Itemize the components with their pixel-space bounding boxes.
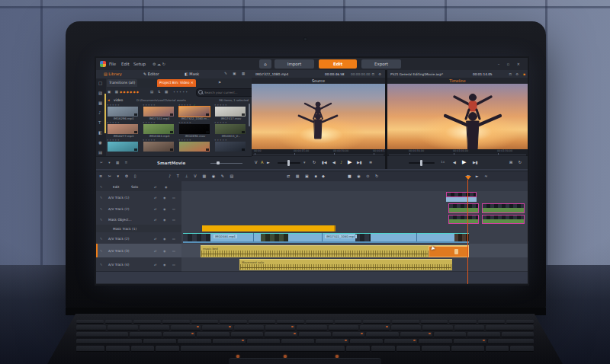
audio-toggle[interactable]: A xyxy=(261,160,263,164)
timeline-tools-left[interactable]: ≡ ✂ ▾ ⚙ ▯ xyxy=(99,174,138,178)
sidebar-projects-icon[interactable]: □ xyxy=(98,81,102,85)
source-scrubber[interactable]: 00:0000:00:15.0000:00:30.0000:00:45.00 xyxy=(252,149,385,155)
export-mode-button[interactable]: Export xyxy=(361,59,401,69)
edit-pencil-icon[interactable]: ✎ xyxy=(100,218,102,222)
flag-icon[interactable]: ⚑ xyxy=(218,81,221,85)
track-header[interactable]: ✎ A/V Track (2) ⇄ ◉ ▭ xyxy=(96,232,181,244)
library-clip[interactable]: ✦✦✦✦✦ xyxy=(214,139,248,156)
tab-library[interactable]: ▤ Library xyxy=(104,72,122,76)
menu-file[interactable]: File xyxy=(109,62,116,66)
timeline-trim-tools[interactable]: ■ ◉ ⊙ ↻ xyxy=(348,174,380,178)
audio-scrub-button[interactable]: ♪ xyxy=(340,160,342,164)
mute-icon[interactable]: ⇄ xyxy=(154,263,156,267)
window-controls[interactable]: – ▫ ✕ xyxy=(498,62,523,66)
monitor-icon[interactable]: ▭ xyxy=(172,195,175,199)
loop-button[interactable]: ↻ xyxy=(313,160,316,164)
video-clip-sequence[interactable]: IMG0484.mp4 IMG7322_1080.mp4 xyxy=(183,233,469,243)
volume-icon[interactable]: ◉ xyxy=(165,184,168,188)
sidebar-montage-icon[interactable]: ▤ xyxy=(98,150,102,155)
sidebar-photos-icon[interactable]: ▨ xyxy=(98,91,102,95)
import-mode-button[interactable]: Import xyxy=(274,59,314,69)
sidebar-music-icon[interactable]: ♪ xyxy=(98,110,101,115)
sidebar-video-icon[interactable]: ▦ xyxy=(98,101,102,105)
video-toggle[interactable]: V xyxy=(255,160,257,164)
library-clip[interactable]: ✦✦✦✦✦ xyxy=(107,139,140,156)
library-clip[interactable]: ✦✦✦✦✦IMG0698.mov xyxy=(178,121,212,139)
mask-object-clip[interactable] xyxy=(448,215,479,224)
bin-tab-transitions[interactable]: Transitions (all) xyxy=(107,79,137,87)
home-button[interactable]: ⌂ xyxy=(259,59,271,69)
mute-icon[interactable]: ⇄ xyxy=(154,184,156,188)
edit-pencil-icon[interactable]: ✎ xyxy=(100,263,102,267)
source-video-frame[interactable] xyxy=(252,84,385,149)
mask-object-clip[interactable] xyxy=(482,215,525,224)
playhead-handle[interactable] xyxy=(465,176,471,180)
movement-audio-clip[interactable]: Movement solo xyxy=(239,259,452,270)
timeline-scrubber[interactable]: 00:00:30.0000:01:00.0000:01:30.00 xyxy=(387,149,528,155)
timeline-tools-right[interactable]: ⇄ ▦ ▣ ▪ xyxy=(287,174,319,178)
track-header[interactable]: ✎ A/V Track (2) ⇄ ◉ ▭ xyxy=(96,203,181,215)
mute-icon[interactable]: ⇄ xyxy=(154,206,156,210)
rating-filter[interactable]: ✦ ✦ ✦ ✦ ✦ xyxy=(173,91,188,94)
prev-button[interactable]: ▮◀ xyxy=(322,160,327,164)
thumb-zoom-knob[interactable] xyxy=(217,161,220,164)
edit-pencil-icon[interactable]: ✎ xyxy=(100,236,102,240)
mask-edit-button[interactable]: Edit xyxy=(113,184,119,188)
track-header[interactable]: ✎ A/V Track (1) ⇄ ◉ ▭ xyxy=(96,191,181,203)
edit-pencil-icon[interactable]: ✎ xyxy=(100,184,102,188)
sidebar-effects-icon[interactable]: ◉ xyxy=(98,140,102,145)
footer-tool-icons[interactable]: ✂ ▾ ▦ ≡ xyxy=(100,161,130,164)
tab-editor[interactable]: ✎ Editor xyxy=(143,72,159,76)
next-button[interactable]: ▶▮ xyxy=(357,160,362,164)
breadcrumb[interactable]: video xyxy=(114,98,123,102)
next-button[interactable]: ▶▮ xyxy=(473,160,478,164)
player-menu-button[interactable]: ≡ xyxy=(369,160,372,164)
sort-view-icons[interactable]: ▤ ⇅ ▦ xyxy=(150,90,169,94)
library-clip[interactable]: ✦✦✦✦✦IMG7102.mp4 xyxy=(143,104,176,121)
smartmovie-button[interactable]: SmartMovie xyxy=(157,161,185,165)
menubar-icons[interactable]: ⚙ ☁ ↻ xyxy=(152,62,165,66)
monitor-icon[interactable]: ▭ xyxy=(172,263,175,267)
track-header[interactable]: ✎ A/V Track (4) ⇄ ◉ ▭ xyxy=(96,257,181,272)
edit-pencil-icon[interactable]: ✎ xyxy=(100,206,102,210)
clip-av1[interactable] xyxy=(446,192,477,202)
trim-cursor-icon[interactable]: ► xyxy=(267,160,270,164)
monitor-icon[interactable]: ▭ xyxy=(172,218,175,222)
music-bed-clip[interactable]: music bed xyxy=(201,245,469,257)
record-icon[interactable]: ▪ xyxy=(523,72,525,76)
mute-icon[interactable]: ⇄ xyxy=(154,236,156,240)
mute-icon[interactable]: ⇄ xyxy=(154,218,156,222)
marker-button[interactable]: ◆ xyxy=(322,174,325,178)
monitor-icon[interactable]: ▭ xyxy=(172,236,175,240)
masked-clip[interactable] xyxy=(448,203,479,213)
back-arrow-icon[interactable]: ◂ xyxy=(108,97,110,102)
jog-knob[interactable] xyxy=(420,160,422,166)
step-back-button[interactable]: ◀ xyxy=(453,160,456,164)
speed-menu[interactable]: ▾ xyxy=(303,160,306,164)
library-clip[interactable]: ✦✦✦✦✦ ✓IMG7322_1080.m... xyxy=(178,104,212,121)
volume-icon[interactable]: ◉ xyxy=(163,263,166,267)
play-button[interactable]: ▶ xyxy=(348,159,352,165)
fullscreen-icons[interactable]: ⊞ ↻ xyxy=(509,160,524,164)
library-clip[interactable]: ✦✦✦✦✦ xyxy=(178,139,212,156)
mask-solo-button[interactable]: Solo xyxy=(131,184,138,188)
volume-icon[interactable]: ◉ xyxy=(163,195,166,199)
mask-duration-clip[interactable] xyxy=(202,225,336,231)
sidebar-titles-icon[interactable]: T xyxy=(98,120,101,125)
track-header[interactable]: ✎ Mask Object... ⇄ ◉ ▭ xyxy=(96,214,181,225)
edit-mode-button[interactable]: Edit xyxy=(319,59,357,69)
volume-icon[interactable]: ◉ xyxy=(163,218,166,222)
tab-mask[interactable]: ◧ Mask xyxy=(185,72,199,76)
media-filter-icons[interactable]: ◆ ◆ ◆ ◆ ◆ ◆ xyxy=(120,90,139,94)
play-button[interactable]: ▶ xyxy=(462,159,466,165)
timeline-tools-center[interactable]: ♪ T ⊥ V ▦ ◉ ✎ ▤ xyxy=(169,174,236,178)
edit-pencil-icon[interactable]: ✎ xyxy=(100,249,102,253)
library-clip[interactable]: ✦✦✦✦✦IMG0615_V... xyxy=(214,121,248,139)
masked-clip[interactable] xyxy=(482,203,525,213)
thumb-zoom-slider[interactable] xyxy=(210,163,242,164)
grid-scrollbar[interactable] xyxy=(249,104,250,126)
library-clip[interactable]: ✦✦✦✦✦IMG6296.mp4 xyxy=(107,104,140,121)
track-header[interactable]: ✎ A/V Track (3) ⇄ ◉ ▭ xyxy=(96,244,181,258)
edit-pencil-icon[interactable]: ✎ xyxy=(100,195,102,199)
playhead-line[interactable] xyxy=(467,180,468,284)
